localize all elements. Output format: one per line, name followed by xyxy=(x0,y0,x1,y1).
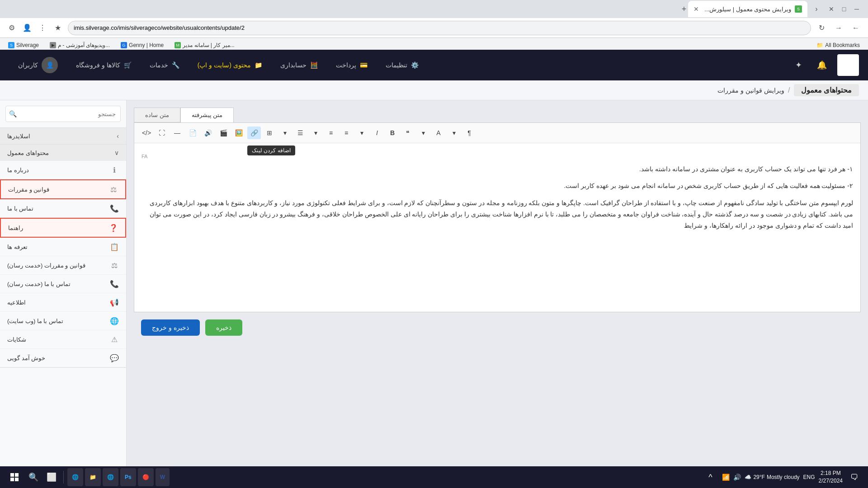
tab-simple[interactable]: متن ساده xyxy=(134,108,180,122)
hr-btn[interactable]: — xyxy=(170,127,184,139)
bookmark-star-button[interactable]: ★ xyxy=(52,22,64,34)
taskbar-chrome-app[interactable]: 🌐 xyxy=(67,468,83,486)
table-btn[interactable]: ⊞ xyxy=(263,127,276,139)
sidebar-item-discounts[interactable]: 📋 تعرفه ها xyxy=(0,238,126,256)
taskbar-right: ^ 📶 🔊 ☁️ 29°F Mostly cloudy ENG 2:18 PM … xyxy=(702,469,863,485)
sidebar-item-laws[interactable]: ⚖ قوانین و مقررات xyxy=(0,179,126,199)
save-exit-button[interactable]: ذخیره و خروج xyxy=(141,319,200,336)
sliders-section-header[interactable]: › اسلایدرها xyxy=(0,128,126,144)
nav-settings[interactable]: ⚙️ تنظیمات xyxy=(377,50,428,80)
tab-active[interactable]: S ویرایش محتوی معمول | سیلورش... ✕ xyxy=(688,1,807,17)
taskbar-search-button[interactable]: 🔍 xyxy=(25,469,42,485)
bookmark-mirkar-label: میر کار | سامانه مدیر... xyxy=(183,42,234,48)
tab-advanced[interactable]: متن پیشرفته xyxy=(180,108,234,122)
taskbar-antivirus-app[interactable]: 🔴 xyxy=(138,468,154,486)
reload-button[interactable]: ↻ xyxy=(815,21,828,35)
notification-center-button[interactable]: 🗨 xyxy=(846,469,863,485)
quote-dropdown-btn[interactable]: ▾ xyxy=(416,127,430,139)
sidebar-item-news[interactable]: 📢 اطلاعیه xyxy=(0,293,126,312)
taskbar-word-app[interactable]: W xyxy=(156,468,170,486)
clock-widget[interactable]: 2:18 PM 2/27/2024 xyxy=(819,469,843,485)
highlight-btn[interactable]: A xyxy=(432,127,445,139)
highlight-dropdown-btn[interactable]: ▾ xyxy=(447,127,461,139)
link-tooltip: اضافه کردن لینک xyxy=(247,145,295,155)
video-btn[interactable]: 🎬 xyxy=(217,127,230,139)
audio-btn[interactable]: 🔊 xyxy=(201,127,215,139)
new-tab-button[interactable]: + xyxy=(682,5,687,14)
notification-button[interactable]: 🔔 xyxy=(814,57,830,73)
tab-close-button[interactable]: ✕ xyxy=(693,5,699,13)
chrome-icon: 🌐 xyxy=(72,474,79,480)
save-button[interactable]: ذخیره xyxy=(205,319,242,336)
forward-button[interactable]: → xyxy=(832,21,845,35)
back-button[interactable]: ← xyxy=(849,21,863,35)
ul-btn[interactable]: ☰ xyxy=(293,127,307,139)
bookmark-genny[interactable]: G Genny | Home xyxy=(118,41,166,49)
address-input[interactable] xyxy=(68,21,811,35)
bold-btn[interactable]: B xyxy=(386,127,399,139)
ol-btn[interactable]: ≡ xyxy=(324,127,338,139)
sidebar-item-about[interactable]: ℹ درباره ما xyxy=(0,161,126,179)
settings-quick-button[interactable]: ✦ xyxy=(790,57,807,73)
taskbar-taskview-button[interactable]: ⬜ xyxy=(43,469,60,485)
contact2-icon: 📞 xyxy=(110,279,119,288)
link-btn[interactable]: 🔗 xyxy=(247,127,261,139)
fullscreen-btn[interactable]: ⛶ xyxy=(155,127,169,139)
sidebar-item-contact[interactable]: 📞 تماس با ما xyxy=(0,199,126,218)
nav-accounting[interactable]: 🧮 حسابداری xyxy=(271,50,327,80)
image-btn[interactable]: 🖼️ xyxy=(232,127,245,139)
profile-button[interactable]: 👤 xyxy=(21,22,33,34)
taskbar-photoshop-app[interactable]: Ps xyxy=(120,468,136,486)
all-bookmarks[interactable]: 📁 All Bookmarks xyxy=(814,41,863,49)
sidebar-item-greeting[interactable]: 💬 خوش آمد گویی xyxy=(0,349,126,367)
paragraph-btn[interactable]: ¶ xyxy=(462,127,476,139)
action-buttons: ذخیره و خروج ذخیره xyxy=(134,312,861,343)
align-dropdown-btn[interactable]: ▾ xyxy=(355,127,368,139)
extensions-button[interactable]: ⚙ xyxy=(5,22,18,34)
taskbar-chrome2-app[interactable]: 🌐 xyxy=(103,468,118,486)
sidebar-item-contact2[interactable]: 📞 تماس با ما (خدمت رسان) xyxy=(0,275,126,293)
tab-scroll-left[interactable]: ‹ xyxy=(809,3,824,15)
sidebar-item-contact3[interactable]: 🌐 تماس با ما (وب سایت) xyxy=(0,312,126,330)
weather-widget: ☁️ 29°F Mostly cloudy xyxy=(745,474,799,480)
italic-btn[interactable]: I xyxy=(370,127,384,139)
file-btn[interactable]: 📄 xyxy=(186,127,199,139)
sidebar-item-laws2[interactable]: ⚖ قوانین و مقررات (خدمت رسان) xyxy=(0,256,126,275)
align-btn[interactable]: ≡ xyxy=(340,127,353,139)
nav-payment[interactable]: 💳 پرداخت xyxy=(327,50,377,80)
minimize-button[interactable]: ─ xyxy=(851,3,863,15)
sidebar-item-complaints[interactable]: ⚠ شکایات xyxy=(0,330,126,349)
taskbar-tray-expand[interactable]: ^ xyxy=(702,469,718,485)
svg-rect-2 xyxy=(10,478,14,481)
bookmark-videos[interactable]: ▶ ویدیوهای آموزشی - م... xyxy=(47,41,113,49)
quote-btn[interactable]: ❝ xyxy=(401,127,415,139)
bookmark-mirkar[interactable]: M میر کار | سامانه مدیر... xyxy=(172,41,237,49)
svg-rect-1 xyxy=(15,473,19,477)
table-dropdown-btn[interactable]: ▾ xyxy=(278,127,292,139)
ul-dropdown-btn[interactable]: ▾ xyxy=(309,127,322,139)
search-input[interactable] xyxy=(5,106,121,122)
bookmark-silverage[interactable]: S Silverage xyxy=(5,41,42,49)
start-button[interactable] xyxy=(5,468,24,486)
taskbar-explorer-app[interactable]: 📁 xyxy=(85,468,101,486)
news-icon: 📢 xyxy=(110,298,119,307)
nav-services-label: خدمات xyxy=(150,61,168,69)
breadcrumb-secondary: ویرایش قوانین و مقررات xyxy=(717,87,784,94)
settings-icon: ⚙️ xyxy=(411,61,419,69)
weather-icon: ☁️ xyxy=(745,474,751,480)
code-btn[interactable]: </> xyxy=(140,127,153,139)
sidebar-item-guides[interactable]: ❓ راهنما xyxy=(0,218,126,238)
sidebar-section-sliders: › اسلایدرها xyxy=(0,128,126,145)
nav-shop[interactable]: 🛒 کالاها و فروشگاه xyxy=(67,50,141,80)
language-indicator[interactable]: ENG xyxy=(803,474,815,480)
breadcrumb-active[interactable]: محتواهای معمول xyxy=(794,84,859,96)
nav-content[interactable]: 📁 محتوی (سایت و اپ) xyxy=(189,50,271,80)
usual-contents-section-header[interactable]: ∨ محتواهای معمول xyxy=(0,145,126,161)
nav-users[interactable]: 👤 کاربران xyxy=(9,50,67,80)
close-button[interactable]: ✕ xyxy=(826,3,837,15)
editor-content[interactable]: FA ۱- هر فرد تنها می تواند یک حساب کاربر… xyxy=(134,143,860,310)
nav-services[interactable]: 🔧 خدمات xyxy=(141,50,189,80)
maximize-button[interactable]: □ xyxy=(838,3,850,15)
browser-menu-button[interactable]: ⋮ xyxy=(36,22,49,34)
content-para-2: ۲- مسئولیت همه فعالیت هایی که از طریق حس… xyxy=(142,180,853,192)
